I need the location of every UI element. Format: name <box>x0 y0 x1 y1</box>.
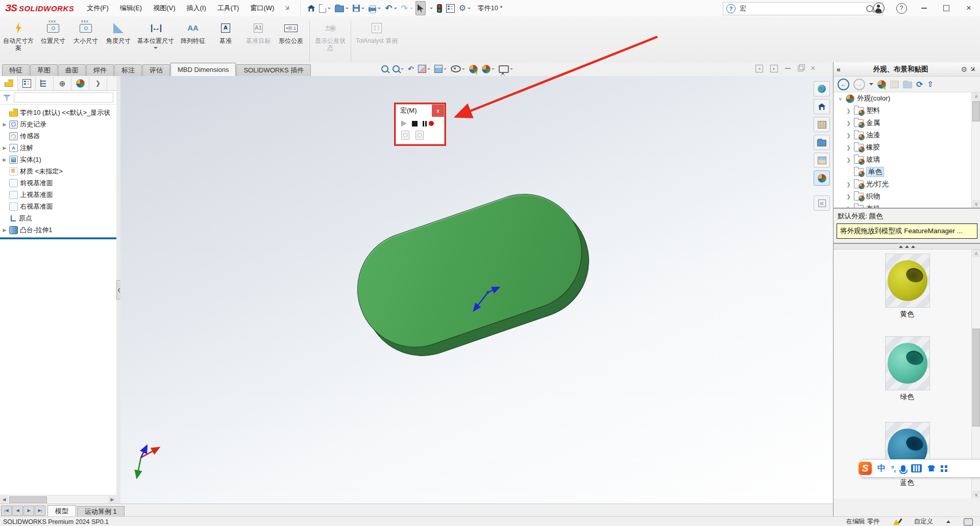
dropdown-caret-icon[interactable] <box>378 8 381 11</box>
new-macro-icon[interactable] <box>401 131 409 140</box>
dropdown-caret-icon[interactable] <box>468 8 471 11</box>
section-view-button[interactable] <box>417 63 431 74</box>
tree-filter-input[interactable] <box>14 92 113 103</box>
tree-item-history[interactable]: ▶ 历史记录 <box>0 118 116 130</box>
apply-scene-button[interactable] <box>481 63 496 74</box>
file-properties-button[interactable] <box>445 2 456 15</box>
tree-item-solid-bodies[interactable]: ▶ 实体(1) <box>0 154 116 165</box>
status-units[interactable]: 自定义 <box>914 517 934 526</box>
tree-item-front-plane[interactable]: 前视基准面 <box>0 177 116 189</box>
previous-view-button[interactable]: ↶ <box>407 63 415 74</box>
split-pane-right-icon[interactable]: ▸ <box>770 65 778 72</box>
options-button[interactable]: ⚙ <box>457 2 472 15</box>
scrollbar-thumb[interactable] <box>9 496 47 503</box>
zoom-to-area-button[interactable] <box>391 63 405 74</box>
scroll-right-icon[interactable]: ▶ <box>108 496 116 504</box>
tab-weldments[interactable]: 焊件 <box>86 64 114 76</box>
tab-mbd-dimensions[interactable]: MBD Dimensions <box>170 63 236 76</box>
toolbox-grid-icon[interactable] <box>941 465 947 472</box>
minimize-button[interactable] <box>913 0 935 16</box>
pane-gear-icon[interactable]: ⚙ <box>961 66 967 73</box>
ribbon-geometric-tolerance[interactable]: ⌖|0.1 形位公差 <box>275 19 307 45</box>
last-tab-icon[interactable]: ▶| <box>35 506 45 516</box>
dropdown-caret-icon[interactable] <box>869 83 873 87</box>
rollback-bar[interactable] <box>0 237 116 239</box>
skin-icon[interactable] <box>927 465 935 471</box>
appearance-item-organic[interactable]: ❯ 有机 <box>834 203 980 209</box>
rebuild-button[interactable] <box>435 2 444 15</box>
tab-motion-study[interactable]: 运动算例 1 <box>77 506 125 517</box>
custom-properties-button[interactable]: ▤ <box>814 195 830 211</box>
scroll-down-icon[interactable]: ∨ <box>972 200 980 208</box>
help-button[interactable]: ? <box>890 0 913 16</box>
tab-evaluate[interactable]: 评估 <box>142 64 170 76</box>
macro-close-button[interactable]: x <box>432 105 444 117</box>
expand-icon[interactable]: ❯ <box>846 145 851 151</box>
pane-pin-icon[interactable]: ✈ <box>969 64 979 74</box>
swatch-green[interactable]: 绿色 <box>885 336 929 402</box>
expand-icon[interactable]: ❯ <box>846 120 851 126</box>
tree-item-material[interactable]: 材质 <未指定> <box>0 165 116 177</box>
restore-button[interactable] <box>935 0 958 16</box>
macro-record-pause-button[interactable] <box>423 121 434 127</box>
ribbon-basic-location-dimension[interactable]: |↔| 基本位置尺寸 <box>135 19 177 52</box>
dropdown-caret-icon[interactable] <box>492 68 495 71</box>
tree-item-right-plane[interactable]: 右视基准面 <box>0 201 116 212</box>
search-input[interactable] <box>739 5 863 13</box>
feature-panel-hscrollbar[interactable]: ◀ ▶ <box>0 495 116 504</box>
tree-item-sensors[interactable]: 传感器 <box>0 130 116 142</box>
tab-features[interactable]: 特征 <box>2 64 30 76</box>
select-tool-dropdown[interactable] <box>427 2 434 15</box>
view-palette-button[interactable] <box>814 153 830 168</box>
microphone-icon[interactable] <box>901 465 905 472</box>
expand-icon[interactable]: ❯ <box>846 206 851 209</box>
tab-model[interactable]: 模型 <box>47 505 76 517</box>
swatch-yellow-thumbnail[interactable] <box>885 254 930 308</box>
appearance-item-fabric[interactable]: ❯ 织物 <box>834 190 980 203</box>
design-binder-icon[interactable] <box>964 518 973 525</box>
next-tab-icon[interactable]: ▶ <box>23 506 34 516</box>
ribbon-size-dimension[interactable]: 大小尺寸 <box>69 19 102 45</box>
home-button[interactable] <box>306 2 316 15</box>
tab-feature-manager[interactable] <box>0 77 18 90</box>
tree-root-part[interactable]: 零件10 (默认) <<默认>_显示状 <box>0 107 116 118</box>
tab-annotation[interactable]: 标注 <box>114 64 142 76</box>
panel-tabs-overflow[interactable]: ❯ <box>89 77 107 90</box>
undo-button[interactable]: ↶ <box>383 2 398 15</box>
ribbon-pattern-feature[interactable]: AA 阵列特征 <box>177 19 209 45</box>
expand-icon[interactable]: ▶ <box>2 157 7 162</box>
save-button[interactable] <box>351 2 366 15</box>
edit-macro-icon[interactable] <box>415 131 424 140</box>
menu-window[interactable]: 窗口(W) <box>244 1 280 16</box>
keyboard-icon[interactable] <box>911 464 922 472</box>
close-button[interactable]: × <box>958 0 980 16</box>
pane-splitter[interactable] <box>834 243 980 249</box>
scroll-left-icon[interactable]: ◀ <box>0 496 8 504</box>
pin-menu-icon[interactable]: ✈ <box>283 3 293 13</box>
tab-sketch[interactable]: 草图 <box>30 64 58 76</box>
dropdown-caret-icon[interactable] <box>346 8 349 11</box>
menu-edit[interactable]: 编辑(E) <box>114 1 148 16</box>
expand-icon[interactable]: ❯ <box>846 182 851 187</box>
menu-insert[interactable]: 插入(I) <box>181 1 212 16</box>
tab-property-manager[interactable] <box>18 77 36 90</box>
swatch-green-thumbnail[interactable] <box>885 336 930 390</box>
ime-language-mode[interactable]: 中 <box>877 463 886 474</box>
appearance-item-single-color[interactable]: 单色 <box>834 166 980 178</box>
graphics-viewport[interactable]: 宏(M) x ▤ <box>120 76 833 504</box>
appearance-item-glass[interactable]: ❯ 玻璃 <box>834 154 980 166</box>
menu-file[interactable]: 文件(F) <box>81 1 114 16</box>
expand-icon[interactable]: ❯ <box>846 108 851 114</box>
collapse-pane-icon[interactable]: « <box>837 65 841 73</box>
ribbon-angle-dimension[interactable]: 角度尺寸 <box>102 19 135 45</box>
first-tab-icon[interactable]: |◀ <box>1 506 12 516</box>
dropdown-caret-icon[interactable] <box>444 68 447 71</box>
appearance-item-rubber[interactable]: ❯ 橡胶 <box>834 141 980 154</box>
tree-item-top-plane[interactable]: 上视基准面 <box>0 189 116 201</box>
expand-icon[interactable]: ❯ <box>846 194 851 199</box>
tree-item-boss-extrude1[interactable]: ▶ 凸台-拉伸1 <box>0 224 116 236</box>
dropdown-caret-icon[interactable] <box>462 68 465 71</box>
doc-restore-icon[interactable] <box>798 66 803 71</box>
expand-icon[interactable]: ▶ <box>2 122 7 127</box>
sogou-ime-toolbar[interactable]: S 中 °, <box>861 459 980 478</box>
